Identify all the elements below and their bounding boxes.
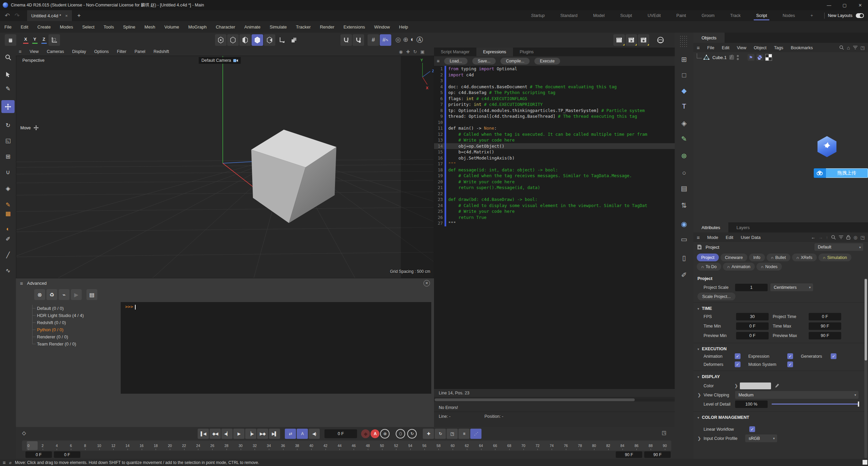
preset-dropdown[interactable]: Default bbox=[814, 243, 863, 251]
focus-icon[interactable]: ◎ bbox=[853, 235, 857, 240]
field-time-min[interactable]: 0 F bbox=[736, 322, 769, 330]
move-tool[interactable] bbox=[1, 100, 15, 113]
popout-icon[interactable]: ◳ bbox=[861, 235, 865, 240]
lock-z-axis-button[interactable]: Z bbox=[39, 34, 48, 46]
home-icon[interactable]: ⌂ bbox=[847, 45, 850, 51]
search-icon[interactable] bbox=[831, 235, 836, 240]
snap-tool[interactable]: ∪ bbox=[1, 166, 15, 179]
viewport-menu-cameras[interactable]: Cameras bbox=[47, 49, 64, 54]
close-button[interactable]: ✕ bbox=[852, 0, 868, 10]
goto-start-button[interactable]: ▌◀ bbox=[198, 429, 209, 439]
save-button[interactable]: Save... bbox=[472, 58, 496, 64]
viewport-menu-icon[interactable]: ≡ bbox=[19, 49, 21, 54]
transform-tool[interactable]: ⊞ bbox=[1, 150, 15, 163]
console-source-python[interactable]: Python (0 / 0) bbox=[29, 326, 120, 333]
console-source-hdr-light-studio[interactable]: HDR Light Studio (4 / 4) bbox=[29, 312, 120, 319]
cube-icon[interactable]: ◆ bbox=[677, 84, 691, 97]
eyedropper-icon[interactable] bbox=[774, 383, 780, 388]
animation-checkbox[interactable]: ✓ bbox=[735, 353, 741, 359]
key-scale-button[interactable]: ◳ bbox=[447, 429, 458, 439]
scale-tool[interactable]: ◱ bbox=[1, 134, 15, 147]
layout-tab-standard[interactable]: Standard bbox=[552, 10, 585, 21]
color-swatch[interactable] bbox=[740, 383, 771, 389]
attributes-menu-icon[interactable]: ≡ bbox=[697, 235, 700, 240]
play-button[interactable]: ▶ bbox=[233, 429, 244, 439]
timeline-popout-icon[interactable]: ◳ bbox=[662, 430, 667, 436]
console-close-icon[interactable]: ✕ bbox=[423, 280, 430, 286]
display-section-header[interactable]: ▾DISPLAY bbox=[693, 372, 868, 381]
prev-frame-button[interactable]: ◀▏ bbox=[221, 429, 233, 439]
menu-file[interactable]: File bbox=[4, 24, 12, 30]
lod-slider[interactable] bbox=[772, 404, 859, 405]
key-rotation-button[interactable]: ↻ bbox=[435, 429, 446, 439]
pen-tool[interactable]: ✎ bbox=[1, 82, 15, 95]
autokey-range-button[interactable]: A bbox=[297, 429, 308, 439]
pen2-icon[interactable]: ✐ bbox=[677, 268, 691, 281]
objects-menu-file[interactable]: File bbox=[707, 45, 714, 50]
layout-tab-model[interactable]: Model bbox=[585, 10, 612, 21]
brush-tool[interactable]: ✐ bbox=[1, 232, 15, 245]
resize-grip[interactable] bbox=[863, 460, 867, 465]
back-icon[interactable]: ← bbox=[811, 235, 815, 240]
undo-icon[interactable]: ↶ bbox=[5, 12, 10, 19]
attribute-tab-cineware[interactable]: Cineware bbox=[721, 254, 747, 261]
attributes-menu-user-data[interactable]: User Data bbox=[741, 235, 761, 240]
layout-tab-nodes[interactable]: Nodes bbox=[775, 10, 803, 21]
log-button[interactable]: ▤ bbox=[86, 289, 97, 300]
viewport-corner-icon-3[interactable]: ▣ bbox=[420, 49, 425, 54]
search-icon[interactable] bbox=[839, 45, 844, 50]
viewport-corner-icon-0[interactable]: ◉ bbox=[399, 49, 403, 54]
snap-enable-icon[interactable] bbox=[340, 34, 352, 46]
execute-button[interactable]: Execute bbox=[534, 58, 560, 64]
make-editable-button[interactable] bbox=[215, 34, 226, 46]
new-layouts-button[interactable]: New Layouts bbox=[828, 13, 852, 18]
viewport-menu-filter[interactable]: Filter bbox=[117, 49, 126, 54]
popout-icon[interactable]: ◳ bbox=[861, 45, 865, 50]
console-menu-icon[interactable]: ≡ bbox=[20, 280, 23, 286]
menu-tracker[interactable]: Tracker bbox=[296, 24, 311, 30]
autokey-button[interactable]: A bbox=[371, 429, 379, 438]
texture-mode-button[interactable] bbox=[239, 34, 251, 46]
attributes-scrollbar[interactable] bbox=[864, 278, 867, 458]
menu-simulate[interactable]: Simulate bbox=[270, 24, 287, 30]
view-clipping-dropdown[interactable]: Medium bbox=[735, 391, 859, 399]
filter-icon[interactable] bbox=[853, 46, 857, 50]
thunder-icon[interactable] bbox=[816, 136, 837, 157]
layout-tab-groom[interactable]: Groom bbox=[694, 10, 722, 21]
coordinate-system-button[interactable] bbox=[48, 34, 60, 46]
tablet-icon[interactable]: ▯ bbox=[677, 251, 691, 264]
objects-menu-object[interactable]: Object bbox=[754, 45, 767, 50]
layout-toggle[interactable] bbox=[856, 13, 864, 18]
python-tag-icon[interactable] bbox=[756, 54, 763, 61]
viewport-canvas[interactable]: Perspective Default Camera Y Z X Move Gr… bbox=[16, 56, 434, 278]
frame-field-right-1[interactable]: 90 F bbox=[644, 451, 671, 458]
knife-tool[interactable]: ╱ bbox=[1, 248, 15, 261]
notes-icon[interactable]: ▤ bbox=[677, 182, 691, 195]
console-source-team-render[interactable]: Team Render (0 / 0) bbox=[29, 340, 120, 348]
zoom-tool[interactable] bbox=[1, 51, 15, 64]
workplane-button[interactable] bbox=[288, 34, 300, 46]
menu-create[interactable]: Create bbox=[37, 24, 51, 30]
menu-character[interactable]: Character bbox=[216, 24, 235, 30]
lock-x-axis-button[interactable]: X bbox=[21, 34, 30, 46]
tab-layers[interactable]: Layers bbox=[728, 222, 758, 232]
attribute-tab-to-do[interactable]: ∩To Do bbox=[697, 263, 721, 271]
layout-tab-paint[interactable]: Paint bbox=[669, 10, 694, 21]
render-view-button[interactable] bbox=[613, 34, 625, 46]
frame-field-right-0[interactable]: 90 F bbox=[616, 451, 642, 458]
color-management-section-header[interactable]: ▾COLOR MANAGEMENT bbox=[693, 413, 868, 422]
scale-project-button[interactable]: Scale Project... bbox=[697, 293, 735, 300]
field-fps[interactable]: 30 bbox=[736, 313, 769, 320]
snap-settings-icon[interactable] bbox=[353, 34, 364, 46]
display-icon[interactable]: ▭ bbox=[677, 233, 691, 246]
visibility-dots[interactable] bbox=[737, 55, 739, 60]
modeling-tool[interactable]: ◈ bbox=[1, 182, 15, 195]
layout-tab-startup[interactable]: Startup bbox=[523, 10, 552, 21]
attributes-menu-mode[interactable]: Mode bbox=[707, 235, 718, 240]
objects-menu-tags[interactable]: Tags bbox=[774, 45, 783, 50]
lod-field[interactable]: 100 % bbox=[735, 400, 768, 408]
console-output[interactable]: >>> bbox=[121, 302, 431, 394]
forward-icon[interactable]: → bbox=[818, 235, 823, 240]
key-selection-button[interactable]: ⋰ bbox=[470, 429, 481, 439]
code-h-scrollbar[interactable] bbox=[434, 398, 675, 402]
